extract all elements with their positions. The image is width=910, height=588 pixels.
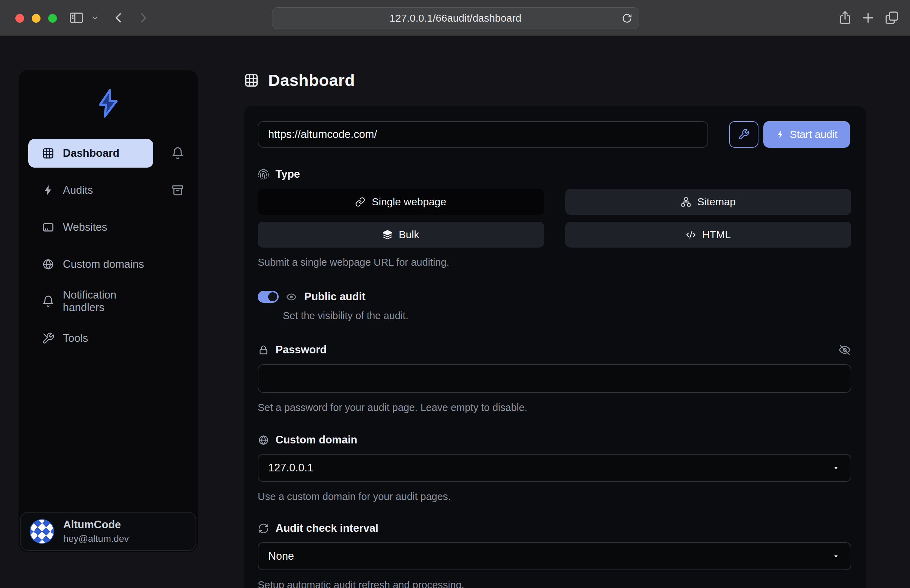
address-bar[interactable]: 127.0.0.1/66audit/dashboard xyxy=(272,7,639,29)
caret-down-icon xyxy=(832,464,840,472)
sidebar-item-label: Dashboard xyxy=(63,147,120,160)
password-input[interactable] xyxy=(258,364,851,393)
custom-domain-select[interactable]: 127.0.0.1 xyxy=(258,454,851,482)
audit-card: https://altumcode.com/ Start audit Type … xyxy=(244,106,866,588)
window-minimize-button[interactable] xyxy=(32,14,40,23)
sidebar-item-tools[interactable]: Tools xyxy=(28,324,153,353)
start-audit-button[interactable]: Start audit xyxy=(763,121,850,148)
grid-icon xyxy=(244,73,259,88)
archive-icon[interactable] xyxy=(171,184,184,197)
audit-interval-value: None xyxy=(268,550,294,562)
sitemap-icon xyxy=(681,197,691,207)
sidebar-toggle-icon[interactable] xyxy=(68,10,84,26)
password-label-row: Password xyxy=(258,343,851,357)
link-icon xyxy=(355,197,365,207)
tools-icon xyxy=(42,332,55,345)
type-label: Type xyxy=(275,168,300,181)
audit-interval-label: Audit check interval xyxy=(275,522,378,535)
sidebar-item-websites[interactable]: Websites xyxy=(28,213,153,242)
browser-titlebar: 127.0.0.1/66audit/dashboard xyxy=(0,0,910,36)
eye-icon xyxy=(286,291,297,303)
caret-down-icon xyxy=(832,552,840,561)
sidebar-nav: Dashboard Audits Websites Custom domains xyxy=(18,135,198,357)
reload-icon[interactable] xyxy=(621,13,633,24)
app-logo-bolt-icon xyxy=(94,88,122,119)
audit-url-value: https://altumcode.com/ xyxy=(268,128,377,141)
type-option-single-webpage[interactable]: Single webpage xyxy=(258,189,544,215)
start-audit-label: Start audit xyxy=(790,129,838,141)
type-label-row: Type xyxy=(258,168,851,181)
chevron-down-icon[interactable] xyxy=(90,13,100,23)
share-icon[interactable] xyxy=(837,10,853,26)
sidebar-item-label: Tools xyxy=(63,332,88,345)
sidebar: Dashboard Audits Websites Custom domains xyxy=(18,70,198,552)
public-audit-helper: Set the visibility of the audit. xyxy=(283,310,851,321)
password-section: Password Set a password for your audit p… xyxy=(258,343,851,414)
eye-off-icon[interactable] xyxy=(838,343,851,357)
code-icon xyxy=(686,230,696,240)
audit-settings-button[interactable] xyxy=(729,121,758,148)
sidebar-item-audits[interactable]: Audits xyxy=(28,176,153,205)
bolt-icon xyxy=(42,184,55,197)
audit-url-row: https://altumcode.com/ Start audit xyxy=(258,121,851,148)
custom-domain-label-row: Custom domain xyxy=(258,434,851,446)
browser-icon xyxy=(42,221,55,234)
page-title: Dashboard xyxy=(244,71,866,90)
type-option-label: Bulk xyxy=(399,229,419,241)
public-audit-label: Public audit xyxy=(304,291,365,303)
public-audit-toggle[interactable] xyxy=(258,291,279,303)
sidebar-item-custom-domains[interactable]: Custom domains xyxy=(28,250,153,279)
password-helper: Set a password for your audit page. Leav… xyxy=(258,402,851,414)
sidebar-item-label: Websites xyxy=(63,221,107,234)
new-tab-icon[interactable] xyxy=(860,10,876,26)
type-option-label: HTML xyxy=(702,229,731,241)
sidebar-item-notification-handlers[interactable]: Notification handlers xyxy=(28,287,153,316)
type-option-label: Sitemap xyxy=(697,196,736,208)
custom-domain-section: Custom domain 127.0.0.1 Use a custom dom… xyxy=(258,434,851,502)
forward-icon[interactable] xyxy=(136,10,151,25)
type-option-sitemap[interactable]: Sitemap xyxy=(565,189,852,215)
audit-url-input[interactable]: https://altumcode.com/ xyxy=(258,121,708,148)
back-icon[interactable] xyxy=(111,10,126,25)
public-audit-section: Public audit Set the visibility of the a… xyxy=(258,291,851,321)
fingerprint-icon xyxy=(258,169,269,180)
sidebar-item-label: Custom domains xyxy=(63,258,144,271)
user-email: hey@altum.dev xyxy=(63,533,129,544)
type-section: Type Single webpage Sitemap Bulk HTML xyxy=(258,168,851,268)
type-option-html[interactable]: HTML xyxy=(565,222,852,247)
public-audit-row: Public audit xyxy=(258,291,851,303)
audit-interval-select[interactable]: None xyxy=(258,542,851,570)
bell-icon[interactable] xyxy=(171,147,184,160)
type-option-label: Single webpage xyxy=(372,196,446,208)
address-bar-url: 127.0.0.1/66audit/dashboard xyxy=(390,13,521,24)
user-card[interactable]: AltumCode hey@altum.dev xyxy=(20,512,196,551)
avatar xyxy=(30,519,54,544)
window-controls xyxy=(15,14,57,23)
custom-domain-value: 127.0.0.1 xyxy=(268,462,313,474)
custom-domain-helper: Use a custom domain for your audit pages… xyxy=(258,491,851,502)
user-name: AltumCode xyxy=(63,519,129,531)
sidebar-item-dashboard[interactable]: Dashboard xyxy=(28,139,153,168)
lock-icon xyxy=(258,344,269,356)
toggle-knob xyxy=(268,292,277,301)
sidebar-item-label: Audits xyxy=(63,184,93,197)
bell-icon xyxy=(42,295,55,308)
globe-icon xyxy=(258,435,269,446)
audit-interval-section: Audit check interval None Setup automati… xyxy=(258,522,851,588)
sidebar-item-label: Notification handlers xyxy=(63,289,153,314)
globe-icon xyxy=(42,258,55,271)
refresh-icon xyxy=(258,523,269,534)
bolt-icon xyxy=(776,130,785,139)
type-option-bulk[interactable]: Bulk xyxy=(258,222,544,247)
type-helper: Submit a single webpage URL for auditing… xyxy=(258,257,851,268)
password-label: Password xyxy=(275,344,327,356)
page-title-text: Dashboard xyxy=(268,71,355,90)
tab-overview-icon[interactable] xyxy=(884,10,900,26)
window-close-button[interactable] xyxy=(15,14,24,23)
custom-domain-label: Custom domain xyxy=(275,434,357,446)
grid-icon xyxy=(42,147,55,160)
window-zoom-button[interactable] xyxy=(48,14,57,23)
main-content: Dashboard https://altumcode.com/ Start a… xyxy=(244,37,866,588)
audit-interval-helper: Setup automatic audit refresh and proces… xyxy=(258,579,851,588)
wrench-icon xyxy=(738,129,750,141)
